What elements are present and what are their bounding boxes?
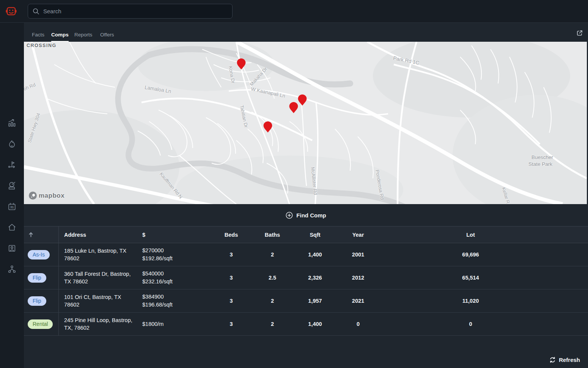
comps-map[interactable]: CROSSING oh Rd State Hwy 304 Lamaloa Ln … bbox=[24, 42, 587, 204]
lot-cell: 69,696 bbox=[380, 252, 588, 258]
app-window: 31 Facts Comps Reports Offers bbox=[0, 0, 588, 368]
table-row[interactable]: Rental 245 Pine Hill Loop, Bastrop, TX, … bbox=[24, 313, 588, 336]
flag-route-icon[interactable] bbox=[7, 160, 17, 170]
open-external-icon[interactable] bbox=[576, 29, 583, 37]
tab-reports[interactable]: Reports bbox=[74, 32, 92, 41]
map-label-crossing: CROSSING bbox=[27, 43, 57, 48]
bot-camera-icon[interactable] bbox=[7, 181, 17, 190]
year-cell: 0 bbox=[336, 321, 380, 327]
price-value: $270000 bbox=[142, 247, 208, 255]
status-badge: Flip bbox=[28, 296, 46, 306]
lot-cell: 65,514 bbox=[380, 275, 588, 281]
address-cell: 360 Tall Forest Dr, Bastrop, TX 78602 bbox=[59, 270, 138, 285]
mapbox-attribution[interactable]: mapbox bbox=[28, 191, 64, 200]
circle-plus-icon bbox=[286, 212, 293, 219]
mapbox-wordmark-text: mapbox bbox=[39, 192, 64, 200]
year-cell: 2012 bbox=[336, 275, 380, 281]
map-pin[interactable] bbox=[236, 58, 246, 70]
baths-cell: 2 bbox=[251, 298, 294, 304]
price-per-sqft: $196.68/sqft bbox=[142, 301, 208, 309]
refresh-icon bbox=[549, 357, 556, 363]
svg-text:31: 31 bbox=[10, 206, 14, 209]
address-cell: 101 Ori Ct, Bastrop, TX 78602 bbox=[59, 293, 138, 308]
topbar bbox=[0, 0, 588, 23]
price-value: $384900 bbox=[142, 293, 208, 301]
tab-comps[interactable]: Comps bbox=[51, 32, 69, 42]
header-sqft[interactable]: Sqft bbox=[294, 232, 336, 238]
price-per-sqft: $192.86/sqft bbox=[142, 255, 208, 263]
map-pin[interactable] bbox=[289, 102, 299, 113]
beds-cell: 3 bbox=[211, 275, 251, 281]
baths-cell: 2.5 bbox=[251, 275, 294, 281]
year-cell: 2001 bbox=[336, 252, 380, 258]
sqft-cell: 2,326 bbox=[294, 275, 336, 281]
tab-facts[interactable]: Facts bbox=[32, 32, 44, 41]
header-address[interactable]: Address bbox=[59, 231, 138, 239]
mapbox-logo-icon bbox=[28, 191, 37, 200]
org-network-icon[interactable] bbox=[7, 264, 17, 274]
header-lot[interactable]: Lot bbox=[380, 232, 588, 238]
lot-cell: 11,020 bbox=[380, 298, 588, 304]
price-value: $540000 bbox=[142, 270, 208, 278]
search-input[interactable] bbox=[43, 8, 228, 14]
baths-cell: 2 bbox=[251, 252, 294, 258]
map-pin[interactable] bbox=[297, 94, 307, 106]
tab-offers[interactable]: Offers bbox=[100, 32, 114, 41]
price-value: $1800/m bbox=[142, 320, 208, 328]
table-header-row: Address $ Beds Baths Sqft Year Lot bbox=[24, 226, 588, 243]
table-row[interactable]: Flip 360 Tall Forest Dr, Bastrop, TX 786… bbox=[24, 266, 588, 289]
map-label-buescher-2: State Park bbox=[528, 161, 552, 167]
beds-cell: 3 bbox=[211, 298, 251, 304]
map-canvas bbox=[24, 42, 587, 204]
trend-chart-icon[interactable] bbox=[7, 118, 17, 128]
flame-icon[interactable] bbox=[7, 139, 17, 149]
refresh-label: Refresh bbox=[559, 357, 580, 363]
year-cell: 2021 bbox=[336, 298, 380, 304]
find-comp-bar: Find Comp bbox=[24, 204, 588, 226]
home-icon[interactable] bbox=[7, 223, 17, 232]
header-price[interactable]: $ bbox=[138, 232, 211, 238]
sqft-cell: 1,400 bbox=[294, 252, 336, 258]
find-comp-button[interactable]: Find Comp bbox=[286, 212, 326, 219]
status-badge: As-Is bbox=[28, 250, 50, 259]
robot-logo-icon[interactable] bbox=[5, 6, 18, 17]
lot-cell: 0 bbox=[380, 321, 588, 327]
header-beds[interactable]: Beds bbox=[211, 232, 251, 238]
sqft-cell: 1,400 bbox=[294, 321, 336, 327]
calendar-31-icon[interactable]: 31 bbox=[7, 202, 17, 211]
search-icon bbox=[33, 8, 39, 15]
price-cell: $1800/m bbox=[138, 320, 211, 328]
tab-bar: Facts Comps Reports Offers bbox=[24, 23, 588, 42]
map-label-buescher-1: Buescher bbox=[531, 154, 553, 160]
sort-column-button[interactable] bbox=[24, 226, 59, 243]
sidebar: 31 bbox=[0, 23, 24, 368]
map-pin[interactable] bbox=[263, 121, 273, 133]
address-cell: 245 Pine Hill Loop, Bastrop, TX, 78602 bbox=[59, 316, 138, 332]
sqft-cell: 1,957 bbox=[294, 298, 336, 304]
comps-table: Address $ Beds Baths Sqft Year Lot As-Is… bbox=[24, 226, 588, 336]
table-row[interactable]: As-Is 185 Luke Ln, Bastrop, TX 78602 $27… bbox=[24, 243, 588, 266]
price-cell: $540000$232.16/sqft bbox=[138, 270, 211, 286]
contact-card-icon[interactable] bbox=[7, 244, 17, 253]
status-badge: Rental bbox=[28, 319, 53, 329]
price-per-sqft: $232.16/sqft bbox=[142, 278, 208, 286]
refresh-button[interactable]: Refresh bbox=[549, 357, 580, 363]
find-comp-label: Find Comp bbox=[296, 212, 326, 219]
beds-cell: 3 bbox=[211, 252, 251, 258]
arrow-up-icon bbox=[28, 231, 34, 238]
beds-cell: 3 bbox=[211, 321, 251, 327]
header-year[interactable]: Year bbox=[336, 232, 380, 238]
address-cell: 185 Luke Ln, Bastrop, TX 78602 bbox=[59, 247, 138, 262]
content-pane: Facts Comps Reports Offers bbox=[24, 23, 588, 368]
price-cell: $270000$192.86/sqft bbox=[138, 247, 211, 263]
table-row[interactable]: Flip 101 Ori Ct, Bastrop, TX 78602 $3849… bbox=[24, 289, 588, 313]
status-badge: Flip bbox=[28, 273, 46, 283]
search-box[interactable] bbox=[28, 4, 233, 19]
baths-cell: 2 bbox=[251, 321, 294, 327]
price-cell: $384900$196.68/sqft bbox=[138, 293, 211, 309]
header-baths[interactable]: Baths bbox=[251, 232, 294, 238]
